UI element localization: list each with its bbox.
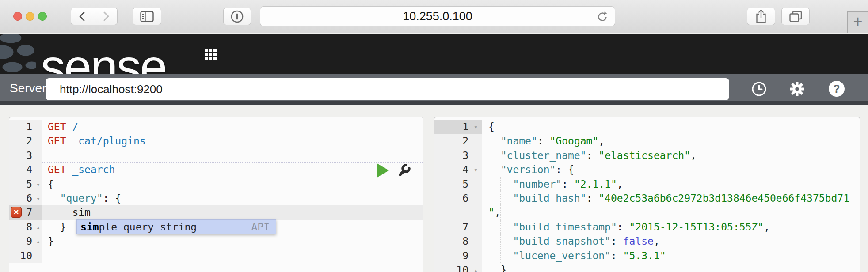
new-tab-button[interactable]: + (847, 11, 868, 33)
line-number: 8 (434, 234, 482, 248)
line-number: 3 (434, 148, 482, 162)
line-number-gutter[interactable]: 3 (9, 148, 42, 162)
line-number-gutter[interactable]: 7 (434, 220, 482, 234)
history-icon[interactable] (751, 81, 767, 97)
apps-grid-icon[interactable] (205, 49, 217, 60)
sidebar-toggle-button[interactable] (133, 8, 161, 25)
send-request-button[interactable] (377, 163, 389, 178)
code-text[interactable]: "number": "2.1.1", (482, 177, 860, 191)
close-window-button[interactable] (13, 12, 22, 21)
code-text[interactable]: { (42, 177, 423, 191)
code-text[interactable]: "name": "Googam", (482, 134, 860, 148)
code-line[interactable]: 4GET _search (9, 162, 423, 177)
code-line[interactable]: 6▾ "query": { (9, 191, 423, 205)
code-line[interactable]: ×7 sim (9, 205, 423, 219)
fold-toggle-icon[interactable]: ▴ (474, 263, 478, 272)
back-button[interactable] (71, 8, 94, 25)
code-text[interactable]: "query": { (42, 191, 423, 205)
share-button[interactable] (747, 8, 775, 25)
gear-icon[interactable] (789, 81, 805, 97)
line-number-gutter[interactable]: 9▴ (9, 234, 42, 248)
code-text[interactable]: GET _cat/plugins (42, 134, 423, 148)
autocomplete-popup[interactable]: simple_query_string API (76, 219, 276, 234)
code-text[interactable] (42, 249, 423, 263)
code-text[interactable]: sim (42, 205, 423, 219)
code-line[interactable]: 3 (9, 148, 423, 162)
response-viewer[interactable]: 1▾{2 "name": "Googam",3 "cluster_name": … (434, 117, 860, 272)
code-line[interactable]: 6 "build_hash": "40e2c53a6b6c2972b3d1384… (434, 191, 860, 205)
code-line[interactable]: 9 "lucene_version": "5.3.1" (434, 249, 860, 263)
code-line[interactable]: 4▾ "version": { (434, 162, 860, 177)
code-line[interactable]: 2 "name": "Googam", (434, 134, 860, 148)
fold-toggle-icon[interactable]: ▴ (36, 220, 40, 234)
line-number-gutter[interactable]: 8 (434, 234, 482, 248)
code-text[interactable]: { (482, 120, 860, 134)
code-text[interactable]: } (42, 234, 423, 248)
site-info-button[interactable] (223, 8, 251, 25)
code-text[interactable]: ", (482, 205, 860, 219)
line-number-gutter[interactable]: 4▾ (434, 162, 482, 177)
request-editor[interactable]: 1GET /2GET _cat/plugins34GET _search5▾{6… (9, 117, 423, 272)
line-number-gutter[interactable]: 6▾ (9, 191, 42, 205)
line-number-gutter[interactable]: 6 (434, 191, 482, 205)
line-number-gutter[interactable]: 1 (9, 120, 42, 134)
line-number-gutter[interactable]: 3 (434, 148, 482, 162)
code-line[interactable]: 1▾{ (434, 120, 860, 134)
app-logo-text: sense (41, 34, 166, 74)
reload-icon[interactable] (597, 11, 609, 23)
line-number: 2 (9, 134, 42, 148)
line-number-gutter[interactable]: 9 (434, 249, 482, 263)
code-text[interactable]: "build_timestamp": "2015-12-15T13:05:55Z… (482, 220, 860, 234)
help-icon[interactable]: ? (829, 81, 845, 97)
code-line[interactable]: 2GET _cat/plugins (9, 134, 423, 148)
code-line[interactable]: 5▾{ (9, 177, 423, 191)
code-line[interactable]: 10 (9, 249, 423, 263)
code-text[interactable]: "lucene_version": "5.3.1" (482, 249, 860, 263)
code-text[interactable]: "cluster_name": "elasticsearch", (482, 148, 860, 162)
fold-toggle-icon[interactable]: ▾ (474, 163, 478, 177)
code-text[interactable]: }, (482, 263, 860, 272)
code-line[interactable]: 8 "build_snapshot": false, (434, 234, 860, 248)
code-line[interactable]: 1GET / (9, 120, 423, 134)
fold-toggle-icon[interactable]: ▴ (36, 234, 40, 249)
line-number-gutter[interactable]: 5▾ (9, 177, 42, 191)
code-text[interactable]: "build_snapshot": false, (482, 234, 860, 248)
sidebar-icon (140, 11, 154, 22)
code-line[interactable]: 3 "cluster_name": "elasticsearch", (434, 148, 860, 162)
line-number-gutter[interactable]: 4 (9, 162, 42, 177)
line-number: 3 (9, 148, 42, 162)
code-line[interactable]: 7 "build_timestamp": "2015-12-15T13:05:5… (434, 220, 860, 234)
line-number-gutter[interactable]: 8▴ (9, 220, 42, 234)
tabs-icon (788, 10, 803, 23)
code-text[interactable]: GET / (42, 120, 423, 134)
fold-toggle-icon[interactable]: ▾ (474, 120, 478, 134)
code-text[interactable] (42, 148, 423, 162)
code-text[interactable]: "version": { (482, 162, 860, 177)
line-number-gutter[interactable]: 2 (434, 134, 482, 148)
fold-toggle-icon[interactable]: ▾ (36, 178, 40, 192)
autocomplete-typed: sim (80, 220, 99, 234)
line-number-gutter[interactable]: ×7 (9, 205, 42, 219)
wrench-icon[interactable] (397, 163, 411, 178)
line-number-gutter[interactable]: 10 (9, 249, 42, 263)
code-line[interactable]: ", (434, 205, 860, 219)
line-number-gutter[interactable]: 1▾ (434, 120, 482, 134)
server-url-input[interactable] (46, 78, 729, 100)
line-number-gutter[interactable]: 10▴ (434, 263, 482, 272)
minimize-window-button[interactable] (26, 12, 34, 21)
address-bar[interactable]: 10.255.0.100 (260, 6, 615, 26)
app-header: sense (0, 34, 868, 74)
code-text[interactable]: "build_hash": "40e2c53a6b6c2972b3d13846e… (482, 191, 860, 205)
line-number-gutter[interactable]: 5 (434, 177, 482, 191)
show-tabs-button[interactable] (781, 8, 810, 25)
zoom-window-button[interactable] (38, 12, 47, 21)
line-number: 1 (9, 120, 42, 134)
fold-toggle-icon[interactable]: ▾ (36, 192, 40, 206)
code-line[interactable]: 10▴ }, (434, 263, 860, 272)
line-number-gutter[interactable]: 2 (9, 134, 42, 148)
code-line[interactable]: 5 "number": "2.1.1", (434, 177, 860, 191)
forward-button[interactable] (94, 8, 118, 25)
code-line[interactable]: 9▴} (9, 234, 423, 248)
code-text[interactable]: GET _search (42, 162, 423, 177)
line-number-gutter[interactable] (434, 205, 482, 219)
